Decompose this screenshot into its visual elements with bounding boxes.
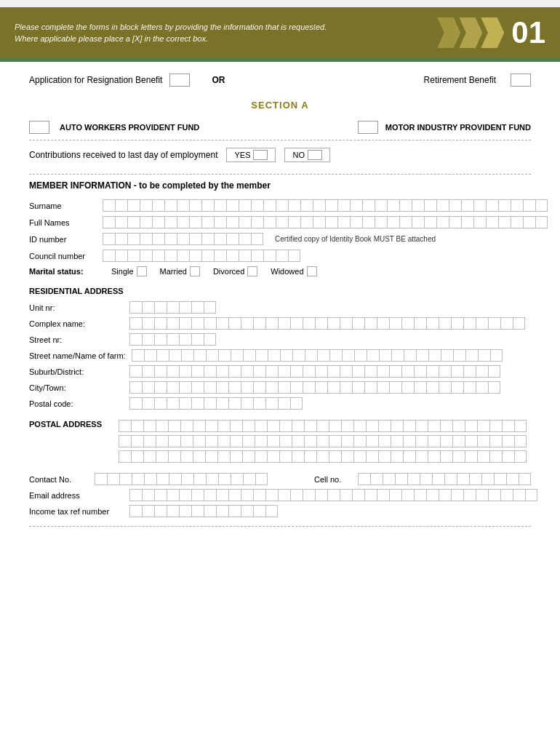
postal-code-row: Postal code:	[29, 397, 531, 410]
no-checkbox[interactable]	[308, 150, 322, 160]
fund2-checkbox[interactable]	[358, 121, 378, 134]
tax-row: Income tax ref number	[29, 505, 531, 517]
street-name-label: Street name/Name of farm:	[29, 351, 126, 360]
postal-code-input[interactable]	[129, 397, 303, 410]
contact-input[interactable]	[95, 473, 268, 485]
no-box[interactable]: NO	[284, 148, 330, 162]
council-label: Council number	[29, 252, 98, 260]
fullnames-row: Full Names	[29, 216, 531, 228]
city-input[interactable]	[129, 381, 500, 394]
chevron-1-icon	[437, 17, 460, 48]
postal-heading: POSTAL ADDRESS	[29, 420, 113, 429]
city-row: City/Town:	[29, 381, 531, 394]
complex-input[interactable]	[129, 317, 525, 330]
cell-label: Cell no.	[314, 475, 351, 484]
married-label: Married	[160, 267, 187, 276]
contributions-row: Contributions received to last day of em…	[29, 148, 531, 162]
fullnames-input[interactable]	[103, 216, 548, 228]
suburb-row: Suburb/District:	[29, 365, 531, 378]
marital-label: Marital status:	[29, 267, 98, 276]
divider-bottom	[29, 526, 531, 527]
divorced-label: Divorced	[213, 267, 244, 276]
complex-label: Complex name:	[29, 319, 124, 328]
fund2-area: MOTOR INDUSTRY PROVIDENT FUND	[358, 121, 531, 134]
contributions-label: Contributions received to last day of em…	[29, 150, 217, 160]
unit-row: Unit nr:	[29, 301, 531, 314]
chevron-decoration	[439, 17, 504, 48]
postal-line1-input[interactable]	[119, 420, 527, 432]
street-name-input[interactable]	[132, 349, 503, 362]
section-a-title: SECTION A	[29, 100, 531, 111]
single-option: Single	[111, 266, 147, 276]
fund1-checkbox[interactable]	[29, 121, 49, 134]
or-label: OR	[212, 75, 225, 85]
unit-label: Unit nr:	[29, 303, 124, 312]
cell-input[interactable]	[358, 473, 531, 485]
header-right: 01	[439, 17, 545, 48]
council-row: Council number	[29, 250, 531, 262]
street-nr-input[interactable]	[129, 333, 216, 346]
postal-section: POSTAL ADDRESS	[29, 420, 531, 463]
street-nr-label: Street nr:	[29, 335, 124, 344]
yes-checkbox[interactable]	[253, 150, 268, 160]
member-info-heading: MEMBER INFORMATION - to be completed by …	[29, 180, 531, 191]
single-checkbox[interactable]	[137, 266, 147, 276]
cert-text: Certified copy of Identity Book MUST BE …	[275, 235, 436, 243]
yes-box[interactable]: YES	[226, 148, 276, 162]
resignation-label: Application for Resignation Benefit	[29, 75, 162, 85]
postal-line3-input[interactable]	[119, 450, 527, 463]
fund2-label: MOTOR INDUSTRY PROVIDENT FUND	[385, 123, 531, 132]
married-checkbox[interactable]	[190, 266, 200, 276]
complex-row: Complex name:	[29, 317, 531, 330]
email-label: Email address	[29, 491, 124, 500]
divider-1	[29, 140, 531, 140]
surname-input[interactable]	[103, 199, 548, 212]
retirement-checkbox[interactable]	[511, 73, 531, 87]
surname-label: Surname	[29, 202, 98, 210]
suburb-label: Suburb/District:	[29, 367, 124, 376]
unit-input[interactable]	[129, 301, 216, 314]
id-row: ID number Certified copy of Identity Boo…	[29, 233, 531, 245]
form-content: Application for Resignation Benefit OR R…	[0, 62, 560, 547]
single-label: Single	[111, 267, 134, 276]
id-input[interactable]	[103, 233, 263, 245]
residential-section: RESIDENTIAL ADDRESS Unit nr: Complex nam…	[29, 287, 531, 410]
application-row: Application for Resignation Benefit OR R…	[29, 73, 531, 87]
suburb-input[interactable]	[129, 365, 500, 378]
postal-code-label: Postal code:	[29, 399, 124, 408]
chevron-3-icon	[481, 17, 504, 48]
email-input[interactable]	[129, 489, 537, 501]
marital-status-row: Marital status: Single Married Divorced …	[29, 266, 531, 276]
council-input[interactable]	[103, 250, 300, 262]
divorced-option: Divorced	[213, 266, 257, 276]
retirement-label: Retirement Benefit	[424, 75, 496, 85]
id-label: ID number	[29, 235, 98, 244]
resignation-checkbox[interactable]	[169, 73, 190, 87]
married-option: Married	[160, 266, 200, 276]
contact-row: Contact No. Cell no.	[29, 473, 531, 485]
page-number: 01	[511, 17, 545, 48]
email-row: Email address	[29, 489, 531, 501]
fullnames-label: Full Names	[29, 218, 98, 227]
widowed-option: Widowed	[271, 266, 316, 276]
widowed-checkbox[interactable]	[307, 266, 317, 276]
postal-input-area	[119, 420, 527, 463]
surname-row: Surname	[29, 199, 531, 212]
fund1-label: AUTO WORKERS PROVIDENT FUND	[60, 123, 199, 132]
contact-label: Contact No.	[29, 475, 87, 484]
divider-2	[29, 174, 531, 175]
chevron-2-icon	[459, 17, 482, 48]
page-header: Please complete the forms in block lette…	[0, 7, 560, 58]
residential-heading: RESIDENTIAL ADDRESS	[29, 287, 531, 295]
widowed-label: Widowed	[271, 267, 303, 276]
fund-row: AUTO WORKERS PROVIDENT FUND MOTOR INDUST…	[29, 121, 531, 134]
divorced-checkbox[interactable]	[247, 266, 257, 276]
tax-input[interactable]	[129, 505, 278, 517]
city-label: City/Town:	[29, 383, 124, 392]
tax-label: Income tax ref number	[29, 507, 124, 516]
street-nr-row: Street nr:	[29, 333, 531, 346]
postal-line2-input[interactable]	[119, 435, 527, 447]
header-instruction: Please complete the forms in block lette…	[15, 21, 335, 45]
street-name-row: Street name/Name of farm:	[29, 349, 531, 362]
